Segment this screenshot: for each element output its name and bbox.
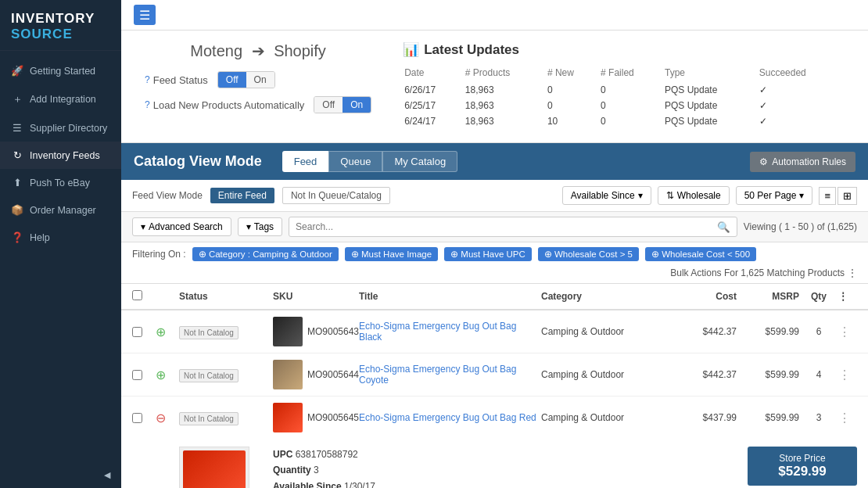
catalog-tab-mycatalog[interactable]: My Catalog	[382, 151, 457, 172]
sidebar-item-inventory-feeds[interactable]: ↻ Inventory Feeds	[0, 142, 121, 169]
available-since-button[interactable]: Available Since ▾	[562, 186, 651, 205]
product-image-red	[273, 403, 303, 432]
header-title: Title	[359, 291, 541, 302]
update-new: 10	[547, 114, 599, 128]
sidebar-item-help[interactable]: ❓ Help	[0, 224, 121, 251]
row3-title[interactable]: Echo-Sigma Emergency Bug Out Bag Red	[359, 412, 541, 423]
header-actions: ⋮	[838, 291, 857, 302]
row1-menu[interactable]: ⋮	[838, 325, 857, 339]
search-go-button[interactable]: 🔍	[711, 218, 737, 236]
row1-add-icon[interactable]: ⊕	[156, 325, 179, 339]
feed-status-off-btn[interactable]: Off	[218, 72, 246, 88]
row1-title[interactable]: Echo-Sigma Emergency Bug Out Bag Black	[359, 321, 541, 343]
header-qty: Qty	[799, 291, 838, 302]
filtering-label: Filtering On :	[132, 249, 186, 260]
row2-qty: 4	[799, 369, 838, 380]
rocket-icon: 🚀	[11, 65, 23, 77]
sidebar-label-inventory-feeds: Inventory Feeds	[30, 150, 100, 161]
bulk-actions[interactable]: Bulk Actions For 1,625 Matching Products…	[670, 267, 857, 278]
row2-sku: MO9005644	[307, 369, 359, 380]
detail-side-panel: Store Price $529.99 Margin $82	[748, 447, 857, 488]
filter-tag-cost-gt[interactable]: ⊕ Wholesale Cost > 5	[538, 247, 639, 261]
three-dot-icon3: ⋮	[838, 411, 851, 425]
row3-category: Camping & Outdoor	[541, 412, 666, 423]
sidebar-item-supplier-directory[interactable]: ☰ Supplier Directory	[0, 114, 121, 142]
sidebar-item-add-integration[interactable]: ＋ Add Integration	[0, 84, 121, 114]
row2-checkbox[interactable]	[132, 370, 142, 380]
search-bar: ▾ Advanced Search ▾ Tags 🔍 Viewing ( 1 -…	[121, 212, 868, 242]
logo-line2: SOURCE	[11, 27, 110, 42]
row3-check	[132, 413, 156, 423]
select-all-checkbox[interactable]	[132, 290, 142, 300]
col-new: # New	[547, 66, 599, 81]
header-sku: SKU	[273, 291, 359, 302]
row3-checkbox[interactable]	[132, 413, 142, 423]
row2-cost: $442.37	[666, 369, 737, 380]
load-products-toggle[interactable]: Off On	[314, 96, 371, 113]
load-on-btn[interactable]: On	[343, 97, 371, 113]
sidebar-collapse[interactable]: ◀	[0, 462, 121, 488]
row3-menu[interactable]: ⋮	[838, 411, 857, 425]
advanced-search-button[interactable]: ▾ Advanced Search	[132, 217, 231, 236]
store-price-button[interactable]: Store Price $529.99	[748, 447, 857, 486]
feed-status-on-btn[interactable]: On	[246, 72, 274, 88]
update-new: 0	[547, 99, 599, 113]
catalog-tab-feed[interactable]: Feed	[282, 151, 329, 172]
filter-tag-image[interactable]: ⊕ Must Have Image	[345, 247, 438, 261]
chevron-down-icon4: ▾	[246, 221, 251, 232]
menu-button[interactable]: ☰	[134, 5, 156, 25]
row3-remove-icon[interactable]: ⊖	[156, 411, 179, 425]
row1-status: Not In Catalog	[179, 326, 273, 338]
latest-updates: 📊 Latest Updates Date # Products # New #…	[403, 41, 845, 130]
integration-title: Moteng ➔ Shopify	[145, 41, 371, 60]
sidebar-item-push-to-ebay[interactable]: ⬆ Push To eBay	[0, 169, 121, 196]
sidebar-label-add-integration: Add Integration	[30, 94, 96, 105]
filter-tag-cost-lt[interactable]: ⊕ Wholesale Cost < 500	[645, 247, 756, 261]
available-since-row: Available Since 1/30/17	[273, 479, 732, 488]
row2-menu[interactable]: ⋮	[838, 368, 857, 382]
filter-tag-upc[interactable]: ⊕ Must Have UPC	[444, 247, 532, 261]
filter-bar: Feed View Mode Entire Feed Not In Queue/…	[121, 180, 868, 212]
row2-title[interactable]: Echo-Sigma Emergency Bug Out Bag Coyote	[359, 364, 541, 386]
update-type: PQS Update	[665, 99, 758, 113]
view-icons: ≡ ⊞	[819, 187, 857, 205]
sidebar-item-order-manager[interactable]: 📦 Order Manager	[0, 196, 121, 224]
update-failed: 0	[601, 83, 663, 97]
search-input[interactable]	[289, 217, 711, 236]
table-row: ⊖ Not In Catalog MO9005645 Echo-Sigma Em…	[121, 396, 868, 439]
wholesale-button[interactable]: ⇅ Wholesale	[658, 186, 730, 205]
sidebar-label-help: Help	[30, 232, 50, 243]
automation-rules-button[interactable]: ⚙ Automation Rules	[750, 152, 855, 172]
filter-right: Available Since ▾ ⇅ Wholesale 50 Per Pag…	[562, 186, 857, 205]
filter-tag-category[interactable]: ⊕ Category : Camping & Outdoor	[192, 247, 339, 261]
row2-msrp: $599.99	[737, 369, 799, 380]
feed-status-toggle[interactable]: Off On	[217, 71, 275, 88]
sidebar-item-getting-started[interactable]: 🚀 Getting Started	[0, 57, 121, 84]
catalog-header: Catalog View Mode Feed Queue My Catalog …	[121, 143, 868, 180]
update-failed: 0	[601, 99, 663, 113]
list-view-button[interactable]: ≡	[819, 187, 836, 205]
three-dot-icon2: ⋮	[838, 368, 851, 382]
grid-view-button[interactable]: ⊞	[838, 187, 857, 205]
load-off-btn[interactable]: Off	[314, 97, 343, 113]
not-in-queue-button[interactable]: Not In Queue/Catalog	[282, 187, 390, 204]
help-icon: ❓	[11, 231, 23, 243]
list-icon: ☰	[11, 122, 23, 134]
plus-circle-icon: ⊕	[156, 325, 166, 339]
row3-status: Not In Catalog	[179, 412, 273, 424]
entire-feed-button[interactable]: Entire Feed	[210, 188, 274, 203]
col-products: # Products	[465, 66, 546, 81]
tags-button[interactable]: ▾ Tags	[238, 217, 282, 236]
sidebar-label-push-to-ebay: Push To eBay	[30, 178, 90, 188]
per-page-button[interactable]: 50 Per Page ▾	[736, 186, 813, 205]
row2-status: Not In Catalog	[179, 369, 273, 381]
header-status: Status	[179, 291, 273, 302]
row1-checkbox[interactable]	[132, 327, 142, 337]
catalog-tab-queue[interactable]: Queue	[328, 151, 382, 172]
update-type: PQS Update	[665, 83, 758, 97]
plus-icon: ＋	[11, 92, 23, 106]
row2-add-icon[interactable]: ⊕	[156, 368, 179, 382]
update-row: 6/24/17 18,963 10 0 PQS Update ✓	[404, 114, 843, 128]
header-cost: Cost	[666, 291, 737, 302]
upc-row: UPC 638170588792	[273, 447, 732, 462]
